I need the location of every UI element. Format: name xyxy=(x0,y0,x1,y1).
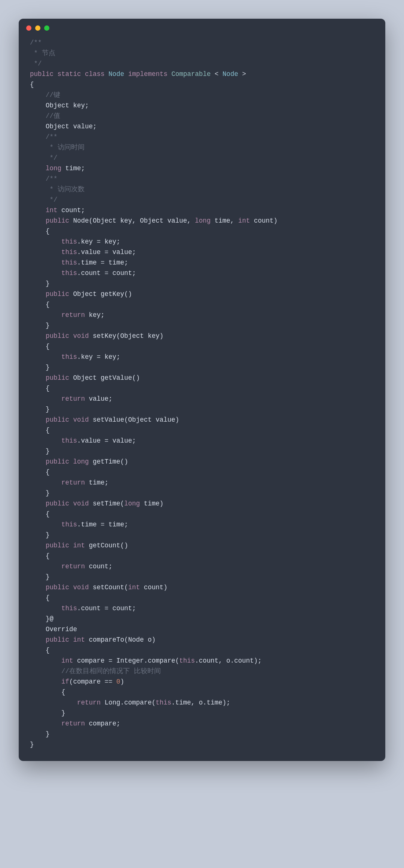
window-titlebar xyxy=(19,19,385,34)
code-token xyxy=(69,542,73,549)
code-line: /** xyxy=(30,37,374,48)
code-token: Object value; xyxy=(30,123,97,130)
code-line: this.value = value; xyxy=(30,247,374,257)
code-token: } xyxy=(30,709,65,717)
code-token: count; xyxy=(85,563,113,570)
code-line: public long getTime() xyxy=(30,456,374,467)
code-line: } xyxy=(30,729,374,739)
code-line: public void setKey(Object key) xyxy=(30,331,374,341)
code-token: value; xyxy=(85,395,113,403)
zoom-icon[interactable] xyxy=(44,25,49,31)
code-token xyxy=(30,657,61,664)
code-token: time) xyxy=(140,500,163,507)
code-token: time; xyxy=(85,479,108,486)
code-token xyxy=(168,70,172,78)
code-token: Long.compare( xyxy=(101,699,156,706)
code-token xyxy=(30,154,46,162)
code-line: } xyxy=(30,572,374,582)
code-line: public int compareTo(Node o) xyxy=(30,635,374,645)
code-token: public xyxy=(46,374,69,382)
code-token: .key = key; xyxy=(77,353,120,361)
code-token: this xyxy=(61,353,77,361)
code-token: /** xyxy=(46,133,58,141)
code-line: return value; xyxy=(30,394,374,404)
code-token: public xyxy=(30,70,53,78)
code-line: } xyxy=(30,404,374,415)
code-line: this.key = key; xyxy=(30,236,374,247)
code-token xyxy=(30,217,46,224)
code-token: implements xyxy=(128,70,168,78)
code-token xyxy=(30,248,61,256)
code-line: { xyxy=(30,383,374,394)
code-line: public Object getKey() xyxy=(30,289,374,299)
code-token xyxy=(105,70,109,78)
code-line: } xyxy=(30,488,374,498)
code-token: /** xyxy=(30,39,42,46)
code-token: /** xyxy=(46,175,58,183)
code-token: return xyxy=(61,563,85,570)
code-token xyxy=(30,290,46,298)
code-token: void xyxy=(73,332,89,340)
code-token: return xyxy=(77,699,101,706)
code-token: { xyxy=(30,81,34,88)
code-token xyxy=(30,720,61,727)
code-token: public xyxy=(46,332,69,340)
code-line: { xyxy=(30,687,374,697)
code-token: .time = time; xyxy=(77,259,128,266)
code-line: public void setValue(Object value) xyxy=(30,415,374,425)
code-token: * 访问时间 xyxy=(46,144,85,151)
code-token xyxy=(30,91,46,99)
code-line: //在数目相同的情况下 比较时间 xyxy=(30,666,374,676)
code-token xyxy=(30,269,61,277)
code-token: public xyxy=(46,416,69,424)
code-token: } xyxy=(30,489,50,497)
code-token: { xyxy=(30,647,50,654)
code-token: this xyxy=(61,259,77,266)
code-line: */ xyxy=(30,195,374,205)
code-token: setCount( xyxy=(89,584,128,591)
code-token: .count, o.count); xyxy=(195,657,262,664)
code-token: .value = value; xyxy=(77,248,136,256)
code-token: class xyxy=(85,70,105,78)
code-line: Object key; xyxy=(30,100,374,111)
code-line: { xyxy=(30,645,374,655)
code-line: this.count = count; xyxy=(30,268,374,278)
minimize-icon[interactable] xyxy=(35,25,40,31)
code-token: { xyxy=(30,385,50,392)
code-token: } xyxy=(30,531,50,539)
code-token: Node xyxy=(108,70,124,78)
code-token: } xyxy=(30,280,50,287)
code-token: .count = count; xyxy=(77,269,136,277)
code-token: this xyxy=(156,699,171,706)
code-token xyxy=(30,144,46,151)
code-token xyxy=(30,479,61,486)
code-token: } xyxy=(30,406,50,413)
code-token xyxy=(30,437,61,444)
code-token: public xyxy=(46,458,69,465)
code-token: getTime() xyxy=(89,458,128,465)
code-token: static xyxy=(58,70,81,78)
code-token xyxy=(69,332,73,340)
code-token xyxy=(69,636,73,644)
code-line: this.time = time; xyxy=(30,257,374,268)
code-token: * 访问次数 xyxy=(46,186,85,193)
code-token xyxy=(30,584,46,591)
code-line: * 节点 xyxy=(30,48,374,58)
code-token: { xyxy=(30,227,50,235)
code-token: this xyxy=(61,269,77,277)
code-token xyxy=(30,458,46,465)
code-token: public xyxy=(46,542,69,549)
code-token: Object key; xyxy=(30,102,89,109)
code-token: int xyxy=(128,584,140,591)
code-token: Node xyxy=(223,70,238,78)
code-token: this xyxy=(61,437,77,444)
code-line: return Long.compare(this.time, o.time); xyxy=(30,697,374,708)
code-token: 0 xyxy=(116,678,120,685)
code-token xyxy=(30,259,61,266)
close-icon[interactable] xyxy=(26,25,31,31)
code-block: /** * 节点 */public static class Node impl… xyxy=(19,34,385,761)
code-token: Object getKey() xyxy=(69,290,132,298)
code-token: getCount() xyxy=(85,542,128,549)
code-token xyxy=(30,667,61,675)
code-token xyxy=(30,133,46,141)
